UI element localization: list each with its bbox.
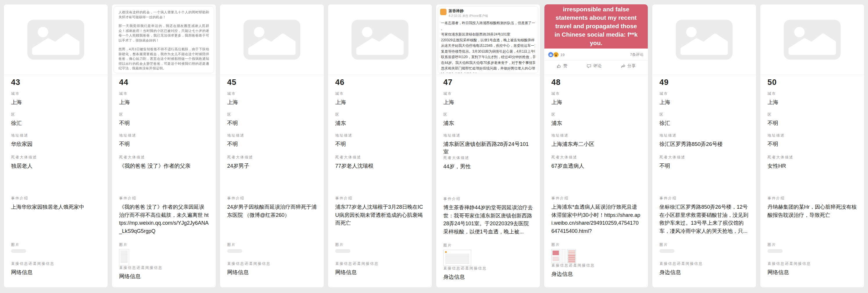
case-number: 50	[768, 78, 857, 91]
image-thumbnail[interactable]	[659, 249, 749, 253]
weibo-post-line: [合十][合十][合十][合十]	[441, 71, 535, 74]
weibo-post-line: 联系居委呼叫120，直到下午1点才到，经过40分钟的抢救，我哥的生命定	[441, 54, 535, 60]
field-image: 图片	[768, 242, 857, 261]
field-event: 事件介绍 浦东77岁老人沈瑞根于3月28日晚在ICU病房因长期未肾透析造成的心肌…	[335, 196, 425, 242]
field-city: 城市 上海	[11, 91, 101, 112]
field-event: 事件介绍 《我的爸爸 没了》作者的父亲因延误治疗而不得不高位截肢，未久遍离世 h…	[119, 196, 209, 242]
screenshot-thumbnail-2[interactable]	[562, 249, 565, 263]
field-source: 直接信息还是间接信息 网络信息	[335, 261, 425, 288]
field-deceased: 死者大体描述 67岁血透病人	[551, 155, 641, 196]
field-deceased-value: 《我的爸爸 没了》作者的父亲	[119, 162, 209, 170]
thumbnail-pill[interactable]	[227, 249, 242, 253]
field-address-label: 地址描述	[11, 133, 101, 138]
field-source-value: 网络信息	[768, 269, 857, 276]
field-deceased: 死者大体描述 44岁，男性	[443, 155, 533, 197]
image-placeholder-icon	[27, 20, 84, 60]
article-paragraph: 然而，4月3日被告知爸爸不得不进行高位截肢，由于下肢动脉硬化，整条腿需要截去，我…	[119, 47, 209, 71]
field-source-label: 直接信息还是间接信息	[11, 261, 101, 266]
field-source: 直接信息还是间接信息 身边信息	[443, 266, 533, 288]
field-city-value: 上海	[335, 98, 425, 106]
field-image-label: 图片	[335, 242, 425, 247]
screenshot-thumbnail-3[interactable]	[567, 249, 576, 263]
thumbnail-pill[interactable]	[768, 249, 783, 253]
field-city: 城市 上海	[443, 91, 533, 112]
case-card[interactable]: 50 城市 上海 区 不明 地址描述 不明 死者大体描述 女性HR 事件介绍 丹…	[760, 4, 865, 288]
field-event: 事件介绍 上海浦东*血透病人延误治疗致死且遗体滞留家中约30小时！https:/…	[551, 196, 641, 242]
field-district-value: 浦东	[551, 119, 641, 127]
image-thumbnail[interactable]	[119, 249, 209, 265]
card-media: 人都没有这样的机会，一个病人需要几十个人的同时帮助和关怀才有可能获得一丝的机会！…	[112, 4, 216, 75]
screenshot-thumbnail-1[interactable]	[551, 249, 560, 263]
case-card[interactable]: 46 城市 上海 区 浦东 地址描述 不明 死者大体描述 77岁老人沈瑞根 事件…	[328, 4, 432, 288]
image-thumbnail[interactable]	[11, 249, 101, 253]
field-address: 地址描述 不明	[335, 133, 425, 155]
action-label: 赞	[563, 63, 567, 68]
field-city-label: 城市	[227, 91, 317, 96]
field-image: 图片	[335, 242, 425, 261]
field-source-label: 直接信息还是间接信息	[659, 261, 749, 266]
case-card[interactable]: 茶香禅静4-2 02:31 来自 iPhone客户端一名志愿者，昨日我投入路浦西…	[436, 4, 540, 288]
field-source-label: 直接信息还是间接信息	[551, 263, 641, 268]
field-district-value: 徐汇	[659, 119, 749, 127]
field-district-value: 浦东	[443, 119, 533, 127]
share-action-button[interactable]: 分享	[621, 63, 636, 68]
image-thumbnail[interactable]	[768, 249, 857, 253]
field-district: 区 浦东	[335, 112, 425, 133]
field-deceased-label: 死者大体描述	[659, 155, 749, 160]
field-city-value: 上海	[11, 98, 101, 106]
card-body: 50 城市 上海 区 不明 地址描述 不明 死者大体描述 女性HR 事件介绍 丹…	[760, 75, 864, 288]
comment-count[interactable]: 7条评论	[630, 52, 644, 57]
field-event-label: 事件介绍	[227, 196, 317, 201]
field-event: 事件介绍 上海华欣家园独居老人饿死家中	[11, 196, 101, 242]
field-source: 直接信息还是间接信息 网络信息	[227, 261, 317, 288]
field-address-label: 地址描述	[551, 133, 641, 138]
field-city-label: 城市	[551, 91, 641, 96]
field-address-value: 不明	[119, 140, 209, 148]
like-action-button[interactable]: 赞	[557, 63, 567, 68]
field-image-label: 图片	[443, 243, 533, 248]
field-deceased-label: 死者大体描述	[443, 155, 533, 160]
field-city-value: 上海	[551, 98, 641, 106]
field-image-label: 图片	[119, 242, 209, 247]
field-district-value: 不明	[768, 119, 857, 127]
case-card[interactable]: 49 城市 上海 区 徐汇 地址描述 徐汇区罗秀路850弄26号楼 死者大体描述…	[652, 4, 756, 288]
field-district-label: 区	[551, 112, 641, 117]
comment-action-button[interactable]: 评论	[587, 63, 601, 68]
case-card[interactable]: irresponsible and false statements about…	[544, 4, 648, 288]
case-card[interactable]: 45 城市 上海 区 不明 地址描述 不明 死者大体描述 24岁男子 事件介绍 …	[220, 4, 324, 288]
image-placeholder-icon	[784, 20, 841, 60]
case-card[interactable]: 人都没有这样的机会，一个病人需要几十个人的同时帮助和关怀才有可能获得一丝的机会！…	[112, 4, 216, 288]
thumbnail-pill[interactable]	[335, 249, 350, 253]
field-source: 直接信息还是间接信息 网络信息	[11, 261, 101, 288]
field-event: 事件介绍 丹纳赫集团的某Hr，因心脏猝死没有核酸报告耽误治疗，导致死亡	[768, 196, 857, 242]
image-thumbnail[interactable]	[227, 249, 317, 253]
field-district-label: 区	[659, 112, 749, 117]
field-deceased-label: 死者大体描述	[119, 155, 209, 160]
field-deceased: 死者大体描述 女性HR	[768, 155, 857, 196]
thumbs-up-reaction-icon	[548, 52, 553, 57]
card-body: 46 城市 上海 区 浦东 地址描述 不明 死者大体描述 77岁老人沈瑞根 事件…	[328, 75, 432, 288]
field-event-value: 坐标徐汇区罗秀路850弄26号楼，12号在小区群里求救需要硝酸甘油，没见到救护车…	[659, 203, 749, 235]
thumbnail-pill[interactable]	[11, 249, 26, 253]
thumbs-up-icon	[557, 64, 561, 68]
case-number: 49	[659, 78, 749, 91]
field-event: 事件介绍 24岁男子因核酸而延误治疗而猝死于浦东医院 （微博@红茶260）	[227, 196, 317, 242]
card-media: irresponsible and false statements about…	[544, 4, 648, 75]
field-address-label: 地址描述	[335, 133, 425, 138]
field-event-label: 事件介绍	[659, 196, 749, 201]
image-thumbnail[interactable]	[443, 250, 533, 266]
image-thumbnail[interactable]	[551, 249, 641, 263]
image-placeholder-icon	[243, 20, 300, 60]
field-source-value: 身边信息	[551, 270, 641, 278]
field-source: 直接信息还是间接信息 网络信息	[119, 265, 209, 288]
image-thumbnail[interactable]	[335, 249, 425, 253]
thumbnail-pill[interactable]	[659, 249, 675, 253]
field-city-value: 上海	[659, 98, 749, 106]
case-card[interactable]: 43 城市 上海 区 徐汇 地址描述 华欣家园 死者大体描述 独居老人 事件介绍…	[3, 4, 108, 288]
field-source-label: 直接信息还是间接信息	[227, 261, 317, 266]
media-placeholder	[328, 4, 432, 75]
document-thumbnail[interactable]	[119, 249, 129, 265]
weibo-screenshot-thumbnail[interactable]	[443, 250, 471, 266]
field-district: 区 浦东	[443, 112, 533, 133]
field-address: 地址描述 上海浦东寿二小区	[551, 133, 641, 155]
